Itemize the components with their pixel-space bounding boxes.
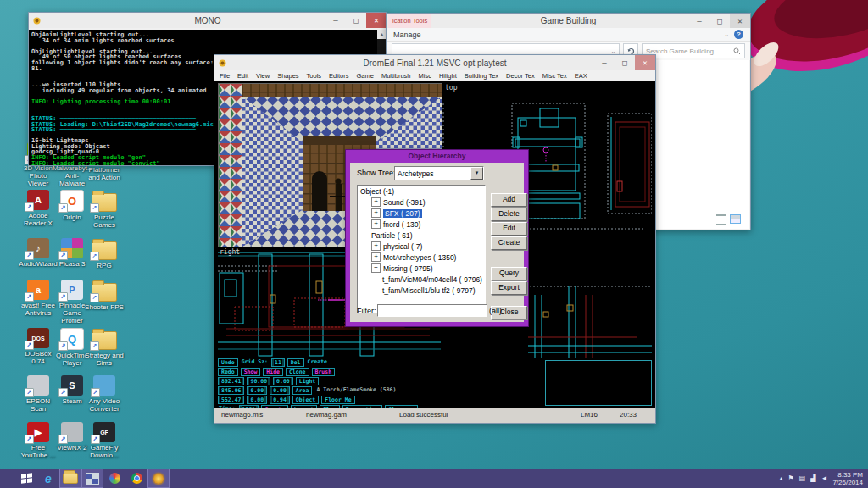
cp-0-00[interactable]: 0.00: [270, 386, 290, 395]
tree-item[interactable]: +Sound (-391): [358, 197, 485, 208]
tree-item[interactable]: Particle (-61): [358, 230, 485, 241]
cp-redo[interactable]: Redo: [218, 368, 238, 376]
network-icon[interactable]: ▟: [810, 475, 815, 482]
cp-hide[interactable]: Hide: [263, 368, 283, 376]
desktop-icon-folder-icon[interactable]: ↗Puzzle Games: [85, 190, 124, 229]
menu-misc-tex[interactable]: Misc Tex: [542, 72, 567, 80]
hardware-icon[interactable]: ▤: [799, 475, 806, 482]
show-tree-combobox[interactable]: Archetypes ▼: [394, 166, 484, 180]
close-icon[interactable]: ✕: [366, 13, 387, 28]
dromed-titlebar[interactable]: DromEd Final 1.21 MSVC opt playtest – □ …: [214, 55, 655, 70]
cp-845-06[interactable]: 845.06: [218, 386, 244, 395]
details-view-icon[interactable]: [716, 214, 726, 225]
filter-input[interactable]: [377, 304, 487, 317]
tree-item[interactable]: +MotArchetypes (-1350): [358, 252, 485, 263]
tree-item[interactable]: t_fam/VicM04/m04cell4 (-9796): [358, 274, 485, 285]
expand-icon[interactable]: +: [371, 252, 381, 262]
tree-item[interactable]: t_fam/Miscell1/blu tf2 (-9797): [358, 285, 485, 296]
delete-button[interactable]: Delete: [491, 208, 527, 221]
minimize-icon[interactable]: –: [594, 55, 615, 70]
action-center-flag-icon[interactable]: ⚑: [788, 475, 794, 482]
ribbon-collapse-icon[interactable]: ⌄: [724, 31, 729, 38]
cp-undo[interactable]: Undo: [218, 358, 238, 367]
tree-item[interactable]: +fnord (-130): [358, 219, 485, 230]
cp-892-41[interactable]: 892.41: [218, 377, 244, 385]
cp-area[interactable]: Area: [292, 386, 313, 395]
ribbon-tab-manage[interactable]: Manage: [393, 30, 421, 39]
menu-game[interactable]: Game: [356, 72, 373, 80]
context-tab[interactable]: ication Tools: [388, 14, 431, 28]
maximize-icon[interactable]: □: [709, 14, 730, 28]
taskbar-file-explorer-icon[interactable]: [59, 469, 81, 488]
cp-clone[interactable]: Clone: [286, 368, 309, 376]
menu-shapes[interactable]: Shapes: [277, 72, 298, 80]
tree-item[interactable]: −Missing (-9795): [358, 263, 485, 274]
taskbar-clock[interactable]: 8:33 PM 7/26/2014: [832, 471, 863, 486]
maximize-icon[interactable]: □: [346, 13, 366, 28]
collapse-icon[interactable]: −: [371, 263, 381, 273]
cp-light[interactable]: Light: [296, 377, 320, 385]
chevron-down-icon[interactable]: ▼: [470, 167, 483, 180]
maximize-icon[interactable]: □: [615, 55, 635, 70]
close-icon[interactable]: ✕: [730, 14, 750, 28]
menu-hilight[interactable]: Hilight: [439, 72, 457, 80]
taskbar-ie-icon[interactable]: e: [37, 469, 59, 488]
expand-icon[interactable]: +: [371, 208, 381, 218]
desktop-icon-folder-icon[interactable]: ↗Shooter FPS: [85, 280, 124, 311]
taskbar-dromed-sun-icon[interactable]: [147, 469, 170, 488]
cp-del[interactable]: Del: [287, 358, 304, 367]
taskbar-media-ball-icon[interactable]: [103, 469, 125, 488]
search-input[interactable]: Search Game Building: [642, 43, 745, 58]
show-hidden-icons[interactable]: ▴: [780, 475, 783, 482]
desktop-icon-any-video-converter-icon[interactable]: ↗Any Video Converter: [85, 375, 124, 413]
menu-editors[interactable]: Editors: [329, 72, 348, 80]
explorer-titlebar[interactable]: ication Tools Game Building – □ ✕: [387, 14, 750, 28]
desktop-icon-folder-icon[interactable]: ↗RPG: [85, 238, 124, 269]
edit-button[interactable]: Edit: [491, 222, 527, 236]
cp-0-00[interactable]: 0.00: [273, 377, 293, 385]
archetype-tree-list[interactable]: Object (-1)+Sound (-391)+SFX (-207)+fnor…: [357, 185, 486, 313]
menu-decor-tex[interactable]: Decor Tex: [506, 72, 535, 80]
menu-file[interactable]: File: [220, 72, 230, 80]
tree-item[interactable]: +SFX (-207): [358, 208, 485, 219]
close-icon[interactable]: ✕: [635, 55, 655, 70]
desktop-icon-gamefly-icon[interactable]: GF↗GameFly Downlo...: [85, 422, 124, 459]
expand-icon[interactable]: +: [371, 197, 381, 207]
taskbar-photo-app-icon[interactable]: [81, 469, 103, 488]
cp-0-00[interactable]: 0.00: [247, 396, 267, 404]
cp-brush[interactable]: Brush: [312, 368, 336, 376]
minimize-icon[interactable]: –: [689, 14, 709, 28]
expand-icon[interactable]: +: [371, 241, 381, 251]
cp-object[interactable]: Object: [292, 396, 319, 404]
cp-11[interactable]: 11: [271, 358, 285, 367]
create-button[interactable]: Create: [491, 236, 527, 250]
query-button[interactable]: Query: [491, 267, 527, 280]
cp-0-94[interactable]: 0.94: [270, 396, 290, 404]
thumbnail-view-icon[interactable]: [730, 214, 741, 224]
cp-show[interactable]: Show: [241, 368, 261, 376]
dialog-title[interactable]: Object Hierarchy: [346, 150, 528, 163]
menu-misc[interactable]: Misc: [419, 72, 431, 80]
menu-edit[interactable]: Edit: [237, 72, 248, 80]
expand-icon[interactable]: +: [371, 219, 381, 229]
cp-0-00[interactable]: 0.00: [247, 386, 267, 395]
menu-eax[interactable]: EAX: [575, 72, 587, 80]
volume-icon[interactable]: ◄: [821, 475, 827, 482]
add-button[interactable]: Add: [491, 193, 527, 207]
tree-item[interactable]: Object (-1): [358, 186, 485, 197]
cp-552-47[interactable]: 552.47: [218, 396, 244, 404]
mono-titlebar[interactable]: MONO – □ ✕: [29, 13, 387, 28]
minimize-icon[interactable]: –: [326, 13, 346, 28]
cp-floor-me[interactable]: Floor Me: [321, 396, 354, 404]
menu-multibrush[interactable]: Multibrush: [381, 72, 411, 80]
menu-view[interactable]: View: [256, 72, 270, 80]
desktop-icon-folder-icon[interactable]: ↗Strategy and Sims: [85, 328, 124, 367]
export-button[interactable]: Export: [491, 281, 527, 295]
tree-item[interactable]: +physical (-7): [358, 241, 485, 252]
menu-tools[interactable]: Tools: [307, 72, 322, 80]
help-icon[interactable]: ?: [734, 30, 743, 39]
start-button[interactable]: [15, 469, 37, 488]
menu-building-tex[interactable]: Building Tex: [465, 72, 498, 80]
taskbar-chrome-icon[interactable]: [125, 469, 147, 488]
cp-90-00[interactable]: 90.00: [247, 377, 270, 385]
